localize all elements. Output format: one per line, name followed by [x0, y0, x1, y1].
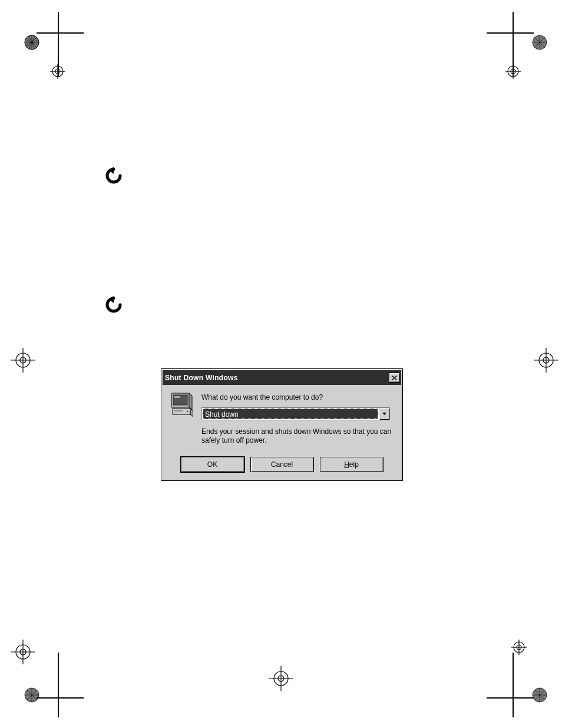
- svg-point-11: [55, 69, 60, 74]
- registration-target-icon: [534, 348, 558, 373]
- button-label: Cancel: [271, 460, 293, 469]
- crop-line-h-icon: [487, 697, 534, 699]
- svg-line-43: [27, 690, 37, 700]
- bullet-arrow-icon: [105, 296, 123, 314]
- svg-marker-60: [190, 409, 193, 417]
- shutdown-action-dropdown[interactable]: Shut down: [201, 407, 390, 420]
- crop-line-v-icon: [58, 12, 59, 77]
- svg-marker-54: [109, 296, 114, 303]
- dialog-button-row: OK Cancel Help: [161, 453, 402, 480]
- svg-point-20: [511, 69, 515, 74]
- svg-line-6: [29, 36, 35, 49]
- svg-point-62: [187, 411, 189, 413]
- svg-point-36: [20, 649, 26, 655]
- svg-point-10: [52, 66, 63, 77]
- printer-mark-sunburst-icon: [24, 34, 40, 51]
- svg-point-27: [539, 353, 553, 367]
- svg-line-4: [27, 37, 37, 48]
- dropdown-selected-value: Shut down: [203, 409, 378, 419]
- svg-point-31: [274, 671, 288, 686]
- svg-line-8: [25, 39, 38, 45]
- dialog-title: Shut Down Windows: [165, 374, 238, 382]
- dialog-titlebar[interactable]: Shut Down Windows: [163, 370, 401, 385]
- registration-target-icon: [269, 666, 293, 691]
- crop-line-h-icon: [37, 697, 84, 699]
- svg-marker-53: [109, 167, 114, 174]
- close-button[interactable]: [389, 373, 400, 383]
- svg-rect-57: [174, 396, 180, 398]
- svg-point-45: [517, 645, 521, 650]
- svg-line-5: [27, 37, 37, 48]
- svg-point-32: [278, 676, 284, 681]
- crop-line-h-icon: [37, 32, 84, 34]
- svg-point-1: [25, 35, 39, 50]
- dropdown-toggle-button[interactable]: [379, 408, 389, 420]
- svg-point-24: [20, 357, 26, 363]
- svg-point-35: [16, 645, 30, 659]
- cancel-button[interactable]: Cancel: [250, 457, 314, 472]
- close-icon: [392, 375, 397, 380]
- bullet-arrow-icon: [105, 167, 123, 185]
- svg-point-39: [25, 688, 39, 702]
- svg-point-0: [25, 35, 39, 50]
- svg-point-28: [543, 357, 549, 363]
- svg-point-44: [514, 642, 524, 653]
- svg-marker-63: [382, 413, 386, 415]
- crop-line-v-icon: [58, 653, 59, 717]
- button-label: Help: [344, 460, 359, 469]
- printer-mark-sunburst-icon: [24, 687, 40, 703]
- ok-button[interactable]: OK: [181, 457, 244, 472]
- printer-mark-sunburst-icon: [531, 34, 548, 51]
- dialog-prompt: What do you want the computer to do?: [201, 393, 394, 401]
- registration-target-icon: [505, 64, 521, 79]
- svg-line-51: [534, 690, 545, 700]
- svg-line-9: [25, 39, 38, 45]
- dialog-description: Ends your session and shuts down Windows…: [201, 427, 394, 445]
- svg-line-18: [534, 37, 545, 48]
- crop-line-h-icon: [487, 32, 534, 34]
- svg-point-14: [533, 35, 547, 50]
- help-button[interactable]: Help: [320, 457, 384, 472]
- svg-line-17: [534, 37, 545, 48]
- computer-icon: [170, 392, 193, 445]
- svg-marker-58: [189, 393, 192, 410]
- button-label: OK: [207, 460, 217, 469]
- registration-target-icon: [50, 64, 65, 79]
- registration-target-icon: [11, 348, 35, 373]
- printer-mark-sunburst-icon: [531, 687, 548, 703]
- crop-line-v-icon: [513, 12, 514, 77]
- registration-target-icon: [11, 640, 35, 664]
- svg-line-7: [29, 36, 35, 49]
- svg-point-48: [533, 688, 547, 702]
- svg-line-42: [27, 690, 37, 700]
- svg-rect-61: [174, 410, 183, 411]
- registration-target-icon: [511, 640, 527, 655]
- svg-point-19: [508, 66, 518, 77]
- svg-line-52: [534, 690, 545, 700]
- shutdown-dialog: Shut Down Windows: [161, 368, 403, 481]
- crop-line-v-icon: [513, 653, 514, 717]
- chevron-down-icon: [382, 413, 386, 415]
- svg-point-23: [16, 353, 30, 367]
